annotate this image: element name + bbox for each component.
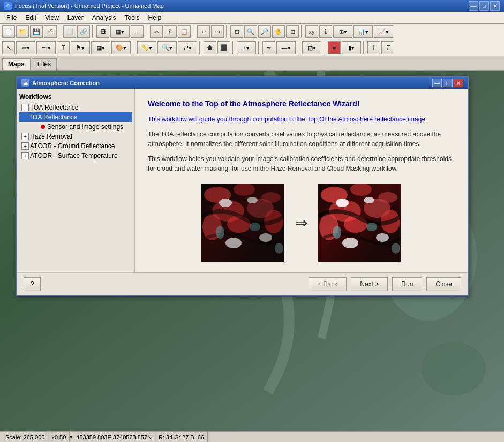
menu-view[interactable]: View	[41, 13, 63, 22]
close-dialog-button[interactable]: Close	[426, 277, 461, 291]
open-button[interactable]: 📁	[16, 25, 29, 38]
welcome-title: Welcome to the Top of the Atmosphere Ref…	[148, 100, 455, 108]
measure-button[interactable]: 📏▾	[137, 41, 156, 54]
help-button[interactable]: ?	[24, 277, 41, 291]
zoom-in-button[interactable]: 🔍	[244, 25, 257, 38]
nav-button[interactable]: ⇄▾	[178, 41, 197, 54]
toolbar-area: 📄 📁 💾 🖨 ⬜ 🔗 🖼 ▦▾ ≡ ✂ ⎘ 📋 ↩ ↪ ⊞ 🔍 🔎 ✋ ⊡ x…	[0, 24, 504, 56]
separator-6	[301, 25, 303, 38]
raster-button[interactable]: ⬛	[217, 41, 230, 54]
after-image	[318, 184, 401, 262]
text2-button[interactable]: T	[367, 41, 380, 54]
sensor-item[interactable]: Sensor and image settings	[39, 122, 132, 132]
image-button[interactable]: 🖼	[96, 25, 109, 38]
back-button[interactable]: < Back	[309, 277, 347, 291]
dialog-title-bar: ☁ Atmospheric Correction — □ ✕	[17, 77, 468, 89]
svg-point-29	[336, 199, 349, 207]
tab-files[interactable]: Files	[32, 58, 57, 70]
hist-button[interactable]: 📈▾	[374, 25, 393, 38]
text3-button[interactable]: T	[381, 41, 394, 54]
text-button[interactable]: T	[57, 41, 70, 54]
svg-point-15	[225, 238, 242, 248]
print-button[interactable]: 🖨	[44, 25, 57, 38]
separator-8	[199, 41, 201, 54]
atmospheric-correction-dialog: ☁ Atmospheric Correction — □ ✕ Workflows…	[16, 76, 469, 296]
run-button[interactable]: Run	[392, 277, 422, 291]
close-button[interactable]: ✕	[490, 1, 500, 11]
arrow-button[interactable]: ↖	[2, 41, 15, 54]
atcor-surface-label: ATCOR - Surface Temperature	[30, 152, 118, 159]
save-button[interactable]: 💾	[30, 25, 43, 38]
new-button[interactable]: 📄	[2, 25, 15, 38]
dialog-title-text: Atmospheric Correction	[32, 80, 100, 86]
atcor-surface-expand-icon[interactable]: +	[21, 152, 29, 159]
dialog-icon: ☁	[21, 79, 29, 87]
svg-point-30	[364, 197, 374, 203]
maximize-button[interactable]: □	[479, 1, 489, 11]
haze-expand-icon[interactable]: +	[21, 133, 29, 140]
dialog-close-button[interactable]: ✕	[454, 79, 463, 87]
svg-point-18	[250, 223, 260, 231]
tree-item-toa-root[interactable]: − TOA Reflectance	[19, 103, 132, 112]
fill3-button[interactable]: ▮▾	[342, 41, 361, 54]
before-image	[201, 184, 284, 262]
menu-analysis[interactable]: Analysis	[88, 13, 121, 22]
separator-5	[226, 25, 228, 38]
coords-button[interactable]: xy	[305, 25, 318, 38]
toolbar-row-1: 📄 📁 💾 🖨 ⬜ 🔗 🖼 ▦▾ ≡ ✂ ⎘ 📋 ↩ ↪ ⊞ 🔍 🔎 ✋ ⊡ x…	[0, 24, 504, 40]
menu-tools[interactable]: Tools	[121, 13, 144, 22]
dialog-left-panel: Workflows − TOA Reflectance TOA Reflecta…	[17, 89, 135, 272]
info-button[interactable]: ℹ	[319, 25, 332, 38]
pen-button[interactable]: ✒	[262, 41, 275, 54]
copy-button[interactable]: ⎘	[164, 25, 177, 38]
zoom-full-button[interactable]: ⊞	[230, 25, 243, 38]
table-button[interactable]: ⊞▾	[333, 25, 352, 38]
fill-button[interactable]: ▦▾	[91, 41, 110, 54]
atcor-ground-expand-icon[interactable]: +	[21, 142, 29, 150]
paste-button[interactable]: 📋	[178, 25, 191, 38]
cross-button[interactable]: +▾	[237, 41, 256, 54]
app-icon: ⊙	[4, 2, 12, 10]
svg-point-16	[259, 233, 272, 242]
select-button[interactable]: ⊡	[286, 25, 299, 38]
layers-button[interactable]: ≡	[131, 25, 144, 38]
tree-item-atcor-surface[interactable]: + ATCOR - Surface Temperature	[19, 151, 132, 161]
dialog-minimize-button[interactable]: —	[432, 79, 442, 87]
undo-button[interactable]: ↩	[197, 25, 210, 38]
color-button[interactable]: 🎨▾	[111, 41, 131, 54]
tree-item-atcor-ground[interactable]: + ATCOR - Ground Reflectance	[19, 141, 132, 151]
zoom-out-button[interactable]: 🔎	[258, 25, 271, 38]
menu-help[interactable]: Help	[144, 13, 166, 22]
fill-red-button[interactable]: ■	[328, 41, 341, 54]
sensor-label: Sensor and image settings	[47, 123, 123, 131]
menu-file[interactable]: File	[2, 13, 21, 22]
menu-edit[interactable]: Edit	[21, 13, 41, 22]
svg-point-35	[392, 243, 400, 254]
link-button[interactable]: 🔗	[77, 25, 90, 38]
digitize-button[interactable]: ✏▾	[16, 41, 35, 54]
chart-button[interactable]: 📊▾	[353, 25, 373, 38]
svg-point-19	[275, 243, 283, 254]
line-button[interactable]: 〜▾	[36, 41, 56, 54]
menu-layer[interactable]: Layer	[63, 13, 88, 22]
pan-button[interactable]: ✋	[272, 25, 285, 38]
minimize-button[interactable]: —	[469, 1, 478, 11]
tab-maps[interactable]: Maps	[2, 58, 31, 70]
tree-item-sensor[interactable]: Sensor and image settings	[19, 122, 132, 132]
fill2-button[interactable]: ▧▾	[302, 41, 321, 54]
cut-button[interactable]: ✂	[150, 25, 163, 38]
redo-button[interactable]: ↪	[211, 25, 224, 38]
layer-button[interactable]: ▦▾	[110, 25, 130, 38]
vector-button[interactable]: ⬟	[204, 41, 216, 54]
zoom-pct-button[interactable]: 🔍▾	[157, 41, 177, 54]
workflows-label: Workflows	[19, 91, 132, 103]
page-setup-button[interactable]: ⬜	[63, 25, 76, 38]
symbol-button[interactable]: ⚑▾	[71, 41, 90, 54]
dialog-maximize-button[interactable]: □	[443, 79, 453, 87]
tree-item-toa-selected[interactable]: TOA Reflectance	[19, 112, 132, 122]
line2-button[interactable]: —▾	[276, 41, 296, 54]
toa-expand-icon[interactable]: −	[21, 104, 29, 111]
menu-bar: File Edit View Layer Analysis Tools Help	[0, 12, 504, 24]
next-button[interactable]: Next >	[351, 277, 388, 291]
tree-item-haze[interactable]: + Haze Removal	[19, 132, 132, 141]
